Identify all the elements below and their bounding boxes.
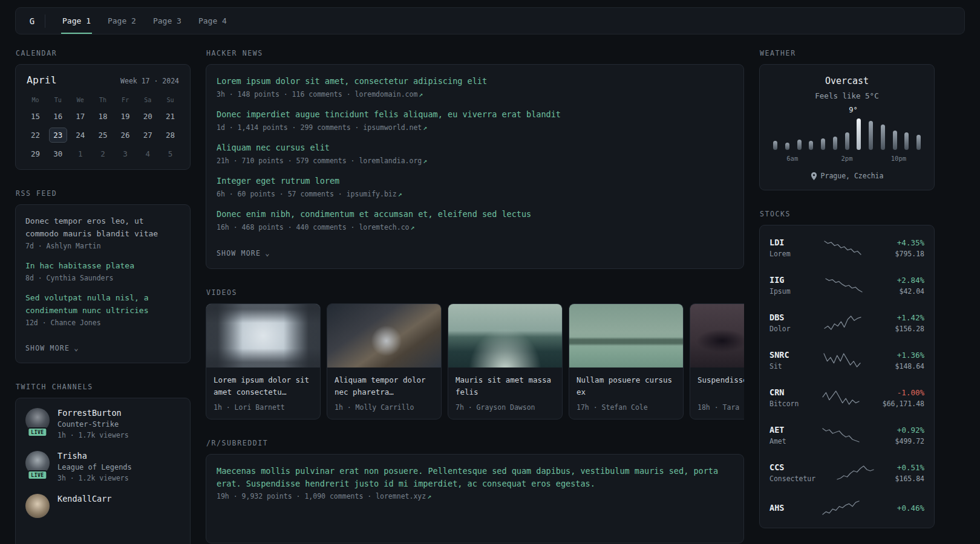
stock-price: $165.84: [875, 474, 924, 483]
channel-name: ForrestBurton: [57, 408, 129, 418]
twitch-channel-row[interactable]: KendallCarr: [25, 494, 180, 520]
calendar-day-other-month: 4: [137, 144, 159, 163]
stock-row[interactable]: AHS +0.46%: [769, 491, 924, 524]
calendar-day: 28: [159, 126, 181, 144]
hn-item-title[interactable]: Integer eget rutrum lorem: [217, 175, 733, 187]
stock-change: +2.84%: [863, 276, 924, 285]
dow-label: Mo: [24, 94, 47, 107]
video-card[interactable]: Lorem ipsum dolor sit amet consectetu… 1…: [206, 303, 321, 419]
stock-change: +1.36%: [861, 351, 924, 360]
hn-item: Lorem ipsum dolor sit amet, consectetur …: [217, 75, 733, 99]
stock-name: Sit: [769, 362, 823, 371]
stock-id: AET Amet: [769, 425, 822, 445]
tab-page-1[interactable]: Page 1: [61, 8, 92, 34]
video-info: Nullam posuere cursus ex 17h · Stefan Co…: [569, 368, 683, 419]
stock-row[interactable]: LDI Lorem +4.35% $795.18: [769, 229, 924, 267]
stock-symbol: AET: [769, 425, 822, 435]
stock-name: Bitcorn: [769, 400, 822, 408]
twitch-widget: TWITCH CHANNELS LIVE ForrestBurton Count…: [15, 383, 191, 544]
stocks-widget: STOCKS LDI Lorem +4.35% $795.18: [759, 210, 935, 528]
stock-name: Dolor: [769, 325, 823, 333]
stock-price: $148.64: [861, 362, 924, 371]
page-content: CALENDAR April Week 17 · 2024 Mo Tu We T…: [0, 34, 980, 544]
stock-row[interactable]: DBS Dolor +1.42% $156.28: [769, 304, 924, 342]
subreddit-post-title[interactable]: Maecenas mollis pulvinar erat non posuer…: [217, 465, 733, 490]
tab-page-2[interactable]: Page 2: [106, 8, 137, 34]
twitch-card: LIVE ForrestBurton Counter-Strike 1h · 1…: [15, 398, 191, 544]
stock-symbol: CRN: [769, 387, 822, 397]
stock-id: IIG Ipsum: [769, 275, 825, 296]
twitch-channel-row[interactable]: LIVE Trisha League of Legends 3h · 1.2k …: [25, 451, 180, 482]
left-column: CALENDAR April Week 17 · 2024 Mo Tu We T…: [15, 49, 191, 544]
stock-id: CRN Bitcorn: [769, 387, 822, 408]
stock-name: Consectetur: [769, 474, 836, 483]
chevron-down-icon: ⌄: [74, 345, 79, 352]
rss-show-more-button[interactable]: SHOW MORE⌄: [25, 344, 79, 352]
calendar-day: 20: [137, 107, 159, 126]
app-logo[interactable]: G: [23, 13, 41, 30]
channel-meta: 3h · 1.2k viewers: [57, 474, 132, 482]
subreddit-card: Maecenas mollis pulvinar erat non posuer…: [206, 454, 744, 543]
stock-symbol: DBS: [769, 312, 823, 322]
channel-info: ForrestBurton Counter-Strike 1h · 1.7k v…: [57, 408, 129, 439]
stock-name: Lorem: [769, 250, 823, 258]
hn-item-meta: 1d · 1,414 points · 299 comments · ipsum…: [217, 123, 733, 132]
tab-page-3[interactable]: Page 3: [152, 8, 183, 34]
hackernews-section-title: HACKER NEWS: [206, 49, 744, 57]
rss-item-title[interactable]: In hac habitasse platea: [25, 259, 180, 272]
video-card[interactable]: Mauris sit amet massa felis 7h · Grayson…: [448, 303, 563, 419]
hn-item: Aliquam nec cursus elit 21h · 710 points…: [217, 141, 733, 165]
stock-row[interactable]: IIG Ipsum +2.84% $42.04: [769, 267, 924, 304]
hn-item: Donec enim nibh, condimentum et accumsan…: [217, 208, 733, 232]
video-thumbnail: [690, 304, 744, 368]
stock-values: +1.42% $156.28: [862, 313, 924, 333]
rss-item-title[interactable]: Sed volutpat nulla nisl, a condimentum n…: [25, 291, 180, 317]
stock-values: -1.00% $66,171.48: [860, 388, 924, 408]
top-nav: G Page 1 Page 2 Page 3 Page 4: [15, 7, 965, 34]
stock-price: $499.72: [860, 437, 924, 445]
stock-sparkline: [822, 500, 860, 516]
calendar-day-other-month: 5: [159, 144, 181, 163]
rss-item-title[interactable]: Donec tempor eros leo, ut commodo mauris…: [25, 215, 180, 240]
stock-sparkline: [823, 240, 862, 256]
dow-label: We: [69, 94, 91, 107]
video-info: Aliquam tempor dolor nec pharetra… 1h · …: [327, 368, 441, 419]
channel-game: League of Legends: [57, 463, 132, 471]
weather-location-text: Prague, Czechia: [821, 172, 884, 180]
stock-row[interactable]: CRN Bitcorn -1.00% $66,171.48: [769, 379, 924, 416]
twitch-channel-row[interactable]: LIVE ForrestBurton Counter-Strike 1h · 1…: [25, 408, 180, 439]
hn-item-title[interactable]: Lorem ipsum dolor sit amet, consectetur …: [217, 75, 733, 88]
tab-page-4[interactable]: Page 4: [197, 8, 228, 34]
stock-change: +0.51%: [875, 463, 924, 472]
video-card[interactable]: Aliquam tempor dolor nec pharetra… 1h · …: [327, 303, 442, 419]
channel-meta: 1h · 1.7k viewers: [57, 431, 129, 439]
time-label: 2pm: [841, 155, 853, 162]
video-thumbnail: [569, 304, 683, 368]
video-card[interactable]: Nullam posuere cursus ex 17h · Stefan Co…: [569, 303, 684, 419]
location-pin-icon: [811, 172, 817, 180]
video-meta: 1h · Lori Barnett: [214, 403, 313, 412]
channel-name: Trisha: [57, 451, 132, 461]
hn-item-title[interactable]: Donec imperdiet augue tincidunt felis al…: [217, 108, 733, 121]
stock-row[interactable]: AET Amet +0.92% $499.72: [769, 416, 924, 454]
hn-item-title[interactable]: Donec enim nibh, condimentum et accumsan…: [217, 208, 733, 221]
stock-values: +0.92% $499.72: [860, 426, 924, 445]
video-info: Suspendisse diam 18h · Tara: [690, 368, 744, 419]
stock-change: -1.00%: [860, 388, 924, 397]
calendar-day: 18: [91, 107, 114, 126]
stock-change: +0.46%: [860, 504, 924, 513]
stock-id: SNRC Sit: [769, 350, 823, 371]
external-link-icon: ↗: [419, 90, 423, 99]
hn-item-title[interactable]: Aliquam nec cursus elit: [217, 141, 733, 154]
stock-row[interactable]: CCS Consectetur +0.51% $165.84: [769, 454, 924, 491]
video-meta: 17h · Stefan Cole: [577, 403, 676, 412]
video-thumbnail: [327, 304, 441, 368]
calendar-day: 25: [91, 126, 114, 144]
stock-row[interactable]: SNRC Sit +1.36% $148.64: [769, 342, 924, 379]
hn-item-meta: 3h · 148 points · 116 comments · loremdo…: [217, 90, 733, 99]
video-card[interactable]: Suspendisse diam 18h · Tara: [690, 303, 744, 419]
weather-card: Overcast Feels like 5°C 9° 6am 2pm 10pm: [759, 64, 935, 190]
calendar-day: 27: [137, 126, 159, 144]
hn-show-more-button[interactable]: SHOW MORE⌄: [217, 249, 270, 257]
video-thumbnail: [206, 304, 320, 368]
